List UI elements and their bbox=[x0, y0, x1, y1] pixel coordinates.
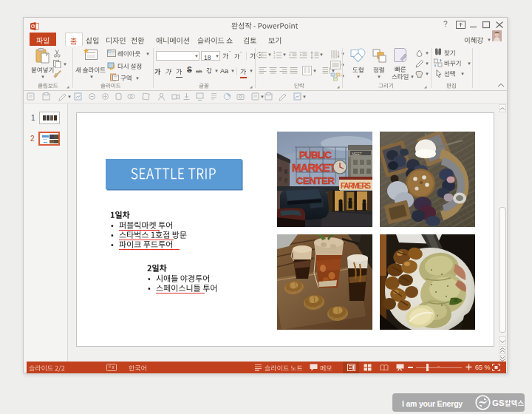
svg-text:FARMERS: FARMERS bbox=[341, 182, 371, 190]
svg-text:MARKET: MARKET bbox=[292, 161, 336, 174]
svg-text:2: 2 bbox=[273, 55, 276, 59]
svg-text:PUBLIC: PUBLIC bbox=[299, 149, 332, 160]
svg-text:CENTER: CENTER bbox=[296, 175, 335, 186]
svg-text:MEET: MEET bbox=[352, 152, 362, 156]
svg-text:1: 1 bbox=[273, 51, 276, 55]
